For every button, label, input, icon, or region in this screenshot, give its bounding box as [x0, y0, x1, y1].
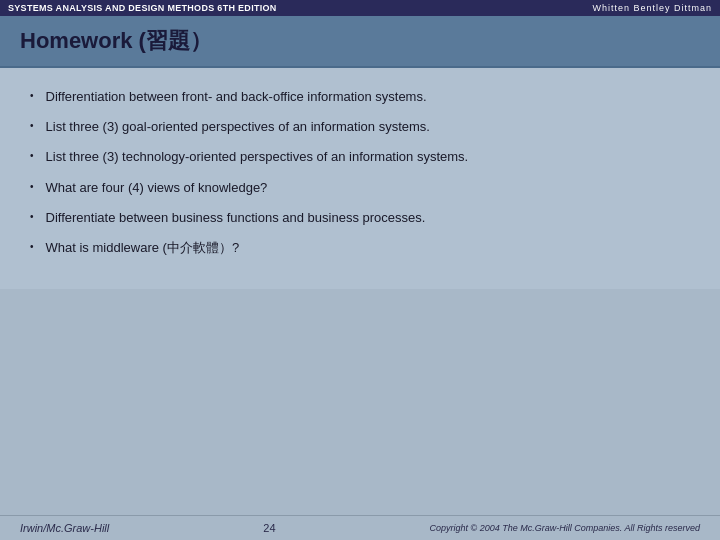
bullet-icon: •	[30, 180, 34, 194]
bullet-icon: •	[30, 210, 34, 224]
header-left: SYSTEMS ANALYSIS AND DESIGN METHODS 6th …	[8, 3, 277, 13]
list-item: •What are four (4) views of knowledge?	[30, 179, 690, 197]
footer: Irwin/Mc.Graw-Hill 24 Copyright © 2004 T…	[0, 515, 720, 540]
title-banner: Homework (習題）	[0, 16, 720, 68]
top-bar: SYSTEMS ANALYSIS AND DESIGN METHODS 6th …	[0, 0, 720, 16]
list-item: •What is middleware (中介軟體）?	[30, 239, 690, 257]
list-item-text: Differentiate between business functions…	[46, 209, 426, 227]
list-item: •List three (3) goal-oriented perspectiv…	[30, 118, 690, 136]
footer-publisher: Irwin/Mc.Graw-Hill	[20, 522, 109, 534]
content-area: •Differentiation between front- and back…	[0, 68, 720, 289]
footer-page-number: 24	[263, 522, 275, 534]
list-item-text: What are four (4) views of knowledge?	[46, 179, 268, 197]
list-item: •List three (3) technology-oriented pers…	[30, 148, 690, 166]
list-item-text: Differentiation between front- and back-…	[46, 88, 427, 106]
bullet-icon: •	[30, 149, 34, 163]
bullet-icon: •	[30, 240, 34, 254]
list-item-text: List three (3) technology-oriented persp…	[46, 148, 469, 166]
list-item-text: What is middleware (中介軟體）?	[46, 239, 240, 257]
bullet-icon: •	[30, 119, 34, 133]
list-item-text: List three (3) goal-oriented perspective…	[46, 118, 430, 136]
footer-copyright: Copyright © 2004 The Mc.Graw-Hill Compan…	[430, 523, 700, 533]
bullet-icon: •	[30, 89, 34, 103]
header-right: Whitten Bentley Dittman	[592, 3, 712, 13]
list-item: •Differentiate between business function…	[30, 209, 690, 227]
bullet-list: •Differentiation between front- and back…	[30, 88, 690, 257]
list-item: •Differentiation between front- and back…	[30, 88, 690, 106]
page-title: Homework (習題）	[20, 26, 700, 56]
